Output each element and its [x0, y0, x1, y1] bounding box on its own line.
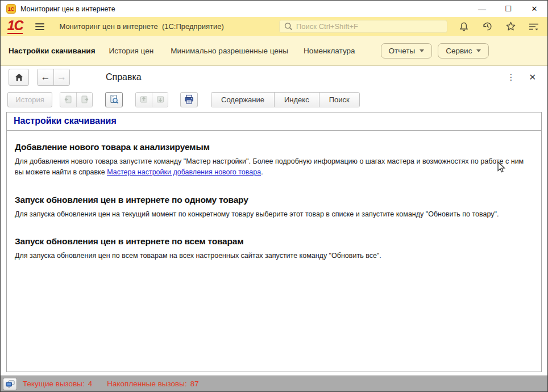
- more-actions-icon[interactable]: ⋮: [507, 73, 515, 81]
- tab-contents[interactable]: Содержание: [211, 93, 274, 107]
- section-navbar: Настройки скачивания История цен Минимал…: [1, 36, 547, 66]
- page-down-icon: [156, 95, 165, 104]
- help-header-actions: ⋮ ✕: [507, 73, 536, 81]
- page-next-button[interactable]: [76, 93, 92, 107]
- nav-tab-min-allowed-prices[interactable]: Минимально разрешенные цены: [171, 47, 288, 55]
- reports-dropdown-button[interactable]: Отчеты: [381, 43, 433, 59]
- current-calls-label: Текущие вызовы:: [23, 380, 85, 388]
- nav-tab-download-settings[interactable]: Настройки скачивания: [9, 47, 96, 55]
- 1c-logo: 1С: [7, 19, 23, 34]
- bell-icon[interactable]: [458, 21, 470, 32]
- history-button[interactable]: История: [7, 92, 52, 107]
- maximize-button[interactable]: ☐: [495, 1, 521, 17]
- search-icon: [284, 22, 293, 31]
- section-text: Для добавления нового товара запустите к…: [15, 156, 533, 178]
- app-window: 1С Мониторинг цен в интернете — ☐ ✕ 1С М…: [0, 0, 548, 392]
- monitors-icon: [6, 380, 15, 388]
- chevron-down-icon: [420, 49, 424, 52]
- history-icon[interactable]: [481, 21, 493, 32]
- app-title: Мониторинг цен в интернете (1С:Предприят…: [59, 22, 224, 31]
- window-titlebar: 1С Мониторинг цен в интернете — ☐ ✕: [1, 1, 547, 17]
- page-prev-button[interactable]: [60, 93, 76, 107]
- tab-index[interactable]: Индекс: [274, 93, 319, 107]
- spacer: [96, 380, 103, 388]
- help-window-title: Справка: [106, 72, 142, 82]
- minimize-button[interactable]: —: [469, 1, 495, 17]
- section-heading: Добавление нового товара к анализируемым: [15, 142, 533, 152]
- service-dropdown-button[interactable]: Сервис: [438, 43, 489, 59]
- global-search[interactable]: [279, 20, 447, 33]
- arrow-right-icon: →: [57, 72, 67, 82]
- status-bar: Текущие вызовы: 4 Накопленные вызовы: 87: [1, 376, 547, 391]
- page-next-icon: [80, 95, 89, 104]
- print-icon: [184, 94, 194, 105]
- performance-indicator-button[interactable]: [3, 378, 17, 390]
- page-down-button[interactable]: [152, 93, 168, 107]
- close-button[interactable]: ✕: [521, 1, 547, 17]
- text-before-link: Для добавления нового товара запустите к…: [15, 157, 524, 176]
- section-add-product: Добавление нового товара к анализируемым…: [15, 142, 533, 178]
- forward-button[interactable]: →: [53, 69, 69, 85]
- help-toolbar: История: [1, 88, 547, 111]
- text-after-link: .: [261, 168, 263, 176]
- section-update-all: Запуск обновления цен в интернете по все…: [15, 236, 533, 261]
- appbar-icons: [458, 21, 539, 32]
- calls-status: Текущие вызовы: 4 Накопленные вызовы: 87: [23, 380, 199, 388]
- page-up-button[interactable]: [136, 93, 152, 107]
- functions-menu-icon[interactable]: [528, 21, 539, 32]
- back-button[interactable]: ←: [38, 69, 53, 85]
- find-on-page-button[interactable]: [105, 92, 123, 107]
- section-heading: Запуск обновления цен в интернете по одн…: [15, 195, 533, 205]
- accumulated-calls-value: 87: [190, 380, 199, 388]
- page-up-icon: [139, 95, 148, 104]
- section-update-single: Запуск обновления цен в интернете по одн…: [15, 195, 533, 220]
- page-up-down-group: [135, 92, 168, 107]
- star-icon[interactable]: [505, 21, 516, 32]
- help-close-icon[interactable]: ✕: [529, 73, 536, 81]
- page-prev-next-group: [60, 92, 93, 107]
- tab-search[interactable]: Поиск: [319, 93, 359, 107]
- search-input[interactable]: [296, 22, 442, 31]
- help-window: ← → Справка ⋮ ✕ История: [1, 66, 547, 376]
- app-icon: 1С: [6, 4, 16, 14]
- page-body: Добавление нового товара к анализируемым…: [7, 131, 541, 372]
- app-toolbar: 1С Мониторинг цен в интернете (1С:Предпр…: [1, 17, 547, 36]
- print-button[interactable]: [180, 92, 198, 107]
- wizard-help-link[interactable]: Мастера настройки добавления нового това…: [107, 168, 261, 176]
- page-prev-icon: [64, 95, 73, 104]
- page-title: Настройки скачивания: [7, 112, 541, 131]
- window-controls: — ☐ ✕: [469, 1, 547, 17]
- service-label: Сервис: [446, 47, 472, 55]
- help-view-tabs: Содержание Индекс Поиск: [211, 92, 360, 107]
- section-text: Для запуска обновления цен на текущий мо…: [15, 209, 533, 220]
- chevron-down-icon: [476, 49, 481, 52]
- section-text: Для запуска обновления цен по всем товар…: [15, 251, 533, 261]
- home-icon: [14, 73, 24, 82]
- accumulated-calls-label: Накопленные вызовы:: [107, 380, 186, 388]
- nav-tab-price-history[interactable]: История цен: [109, 47, 154, 55]
- history-nav-group: ← →: [37, 69, 70, 86]
- help-content-panel: Настройки скачивания Добавление нового т…: [6, 112, 542, 372]
- help-header: ← → Справка ⋮ ✕: [1, 66, 547, 88]
- section-heading: Запуск обновления цен в интернете по все…: [15, 236, 533, 247]
- main-menu-icon[interactable]: [35, 23, 44, 30]
- find-on-page-icon: [109, 94, 119, 105]
- current-calls-value: 4: [88, 380, 93, 388]
- nav-tab-nomenclature[interactable]: Номенклатура: [304, 47, 355, 55]
- home-button[interactable]: [9, 69, 29, 86]
- reports-label: Отчеты: [389, 47, 416, 55]
- window-title: Мониторинг цен в интернете: [20, 5, 115, 13]
- arrow-left-icon: ←: [41, 72, 51, 82]
